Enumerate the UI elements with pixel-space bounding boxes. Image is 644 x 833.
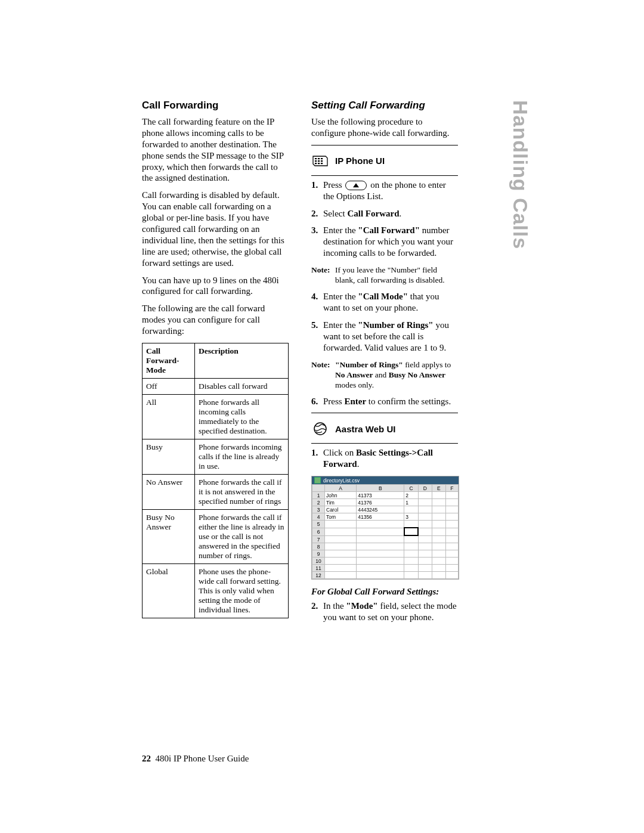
cell: 41356 [357, 513, 404, 521]
text: . [399, 209, 401, 218]
cell [404, 506, 418, 513]
text: field applys to [403, 360, 451, 369]
sub-label: IP Phone UI [335, 156, 385, 166]
row-num: 6 [312, 528, 325, 535]
text: Select [323, 209, 347, 218]
cell: 3 [404, 513, 418, 521]
table-header: Description [195, 343, 289, 379]
cell [445, 543, 459, 550]
cell [432, 543, 445, 550]
cell: 41376 [357, 499, 404, 506]
phone-keypad-icon [311, 154, 329, 168]
text: . [357, 459, 360, 469]
cell [357, 572, 404, 579]
text: modes only. [335, 380, 374, 389]
cell: Carol [325, 506, 357, 513]
text: "Call Forward" [358, 225, 420, 235]
cell [357, 565, 404, 572]
cell [432, 506, 445, 513]
cell [357, 558, 404, 565]
table-cell: Phone forwards all incoming calls immedi… [195, 395, 289, 439]
text: "Number of Rings" [335, 360, 403, 369]
text: Enter the [323, 320, 358, 330]
text: Enter [344, 397, 366, 406]
cell [404, 572, 418, 579]
table-cell: Global [143, 564, 195, 618]
cell [418, 535, 432, 543]
text: Press [323, 180, 344, 190]
ip-phone-steps: Press on the phone to enter the Options … [311, 179, 458, 407]
col-header: D [418, 485, 432, 492]
cell: 41373 [357, 492, 404, 499]
cell [418, 528, 432, 535]
cell [357, 521, 404, 528]
cell [418, 506, 432, 513]
cell [357, 535, 404, 543]
cell [432, 550, 445, 558]
cell [445, 528, 459, 535]
global-steps: In the "Mode" field, select the mode you… [311, 600, 458, 623]
cell [357, 543, 404, 550]
table-cell: Phone forwards incoming calls if the lin… [195, 439, 289, 475]
row-num: 5 [312, 521, 325, 528]
text: and [373, 370, 388, 379]
cell [445, 492, 459, 499]
table-cell: Phone uses the phone-wide call forward s… [195, 564, 289, 618]
table-cell: Phone forwards the call if it is not ans… [195, 475, 289, 510]
cell [432, 558, 445, 565]
section-tab: Handling Calls [509, 100, 532, 249]
paragraph: The following are the call forward modes… [142, 303, 289, 337]
svg-rect-3 [315, 160, 317, 162]
csv-screenshot: directoryList.csv A B C D E F 1John41373… [311, 476, 459, 580]
step-1: Press on the phone to enter the Options … [311, 179, 458, 202]
table-cell: No Answer [143, 475, 195, 510]
divider [311, 145, 458, 145]
cell [418, 558, 432, 565]
step-4: Enter the "Call Mode" that you want to s… [311, 291, 458, 314]
cell [418, 543, 432, 550]
divider [311, 443, 458, 444]
svg-rect-1 [318, 158, 320, 159]
divider [311, 413, 458, 413]
svg-rect-4 [318, 160, 320, 162]
page-body: Call Forwarding The call forwarding feat… [142, 100, 458, 629]
call-forward-modes-table: Call Forward-Mode Description OffDisable… [142, 343, 289, 618]
text: Press [323, 397, 344, 406]
row-num: 9 [312, 550, 325, 558]
note-label: Note: [311, 360, 330, 370]
step-5: Enter the "Number of Rings" you want to … [311, 320, 458, 354]
text: Enter the [323, 292, 358, 301]
step-3: Enter the "Call Forward" number destinat… [311, 225, 458, 259]
corner-cell [312, 485, 325, 492]
cell [325, 528, 357, 535]
global-settings-subheading: For Global Call Forward Settings: [311, 587, 458, 597]
text: Call Forward [347, 209, 399, 218]
cell [404, 521, 418, 528]
heading-call-forwarding: Call Forwarding [142, 100, 289, 112]
globe-icon [311, 422, 329, 436]
cell [418, 572, 432, 579]
cell [325, 565, 357, 572]
footer-title: 480i IP Phone User Guide [156, 754, 249, 763]
cell [432, 513, 445, 521]
table-cell: All [143, 395, 195, 439]
note: Note: "Number of Rings" field applys to … [311, 360, 458, 390]
table-header: Call Forward-Mode [143, 343, 195, 379]
table-cell: Phone forwards the call if either the li… [195, 510, 289, 564]
web-ui-steps: Click on Basic Settings->Call Forward. [311, 447, 458, 470]
cell [404, 535, 418, 543]
global-step-2: In the "Mode" field, select the mode you… [311, 600, 458, 623]
cell [432, 528, 445, 535]
svg-rect-6 [315, 163, 317, 164]
cell [404, 558, 418, 565]
cell [432, 492, 445, 499]
divider [311, 175, 458, 176]
table-cell: Off [143, 379, 195, 395]
row-num: 2 [312, 499, 325, 506]
col-header: A [325, 485, 357, 492]
cell [325, 521, 357, 528]
col-header: E [432, 485, 445, 492]
cell [357, 528, 404, 535]
cell [432, 535, 445, 543]
cell: 1 [404, 499, 418, 506]
